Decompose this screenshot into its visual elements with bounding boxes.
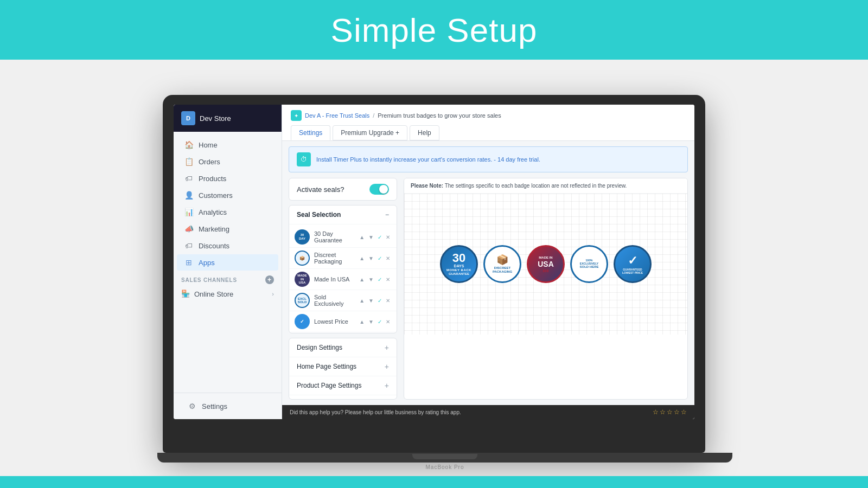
laptop-frame: D Dev Store 🏠 Home 📋 Orders � xyxy=(163,95,705,453)
shopify-app: D Dev Store 🏠 Home 📋 Orders � xyxy=(174,105,694,419)
laptop-base: MacBook Pro xyxy=(157,453,732,463)
tab-help[interactable]: Help xyxy=(410,125,439,140)
delete-discreet[interactable]: ✕ xyxy=(385,255,391,262)
info-banner-text: Install Timer Plus to instantly increase… xyxy=(316,156,540,163)
sidebar-item-analytics[interactable]: 📊 Analytics xyxy=(177,204,278,220)
sidebar-item-home[interactable]: 🏠 Home xyxy=(177,137,278,153)
home-page-label: Home Page Settings xyxy=(297,363,356,370)
home-page-settings-row[interactable]: Home Page Settings + xyxy=(289,357,397,376)
move-down-lowest[interactable]: ▼ xyxy=(367,318,375,325)
sidebar-item-online-store[interactable]: 🏪 Online Store › xyxy=(174,286,282,301)
check-30day[interactable]: ✓ xyxy=(376,234,383,241)
sidebar-item-customers[interactable]: 👤 Customers xyxy=(177,187,278,203)
seal-selection-card: Seal Selection − 30DAY xyxy=(289,205,397,333)
content-area: D Dev Store 🏠 Home 📋 Orders � xyxy=(0,60,868,488)
move-down-discreet[interactable]: ▼ xyxy=(367,255,375,262)
preview-note-text: The settings specific to each badge loca… xyxy=(445,183,627,189)
star-2[interactable]: ☆ xyxy=(660,408,666,416)
seal-item-30day: 30DAY 30 Day Guarantee ▲ ▼ ✓ ✕ xyxy=(289,227,397,248)
star-5[interactable]: ☆ xyxy=(681,408,687,416)
check-lowest[interactable]: ✓ xyxy=(376,318,383,325)
seal-actions-discreet: ▲ ▼ ✓ ✕ xyxy=(358,255,391,262)
design-expand-icon: + xyxy=(385,343,389,352)
star-rating[interactable]: ☆ ☆ ☆ ☆ ☆ xyxy=(653,408,687,416)
sidebar: D Dev Store 🏠 Home 📋 Orders � xyxy=(174,105,282,419)
sidebar-item-label: Customers xyxy=(199,191,233,200)
badge-usa-label2: USA xyxy=(538,260,554,269)
delete-lowest[interactable]: ✕ xyxy=(385,318,391,325)
breadcrumb-separator: / xyxy=(373,112,374,119)
preview-card: Please Note: The settings specific to ea… xyxy=(404,178,688,400)
sidebar-item-products[interactable]: 🏷 Products xyxy=(177,170,278,187)
preview-badge-30day: 30 DAYS MONEY BACK GUARANTEE xyxy=(440,245,478,283)
tab-bar: Settings Premium Upgrade + Help xyxy=(291,125,686,140)
cart-page-settings-row[interactable]: Cart Page Settings + xyxy=(289,395,397,400)
tab-settings[interactable]: Settings xyxy=(291,125,330,140)
rating-text: Did this app help you? Please help our l… xyxy=(290,409,461,415)
sidebar-item-label: Orders xyxy=(199,158,220,166)
sidebar-item-label: Products xyxy=(199,175,226,183)
preview-note-strong: Please Note: xyxy=(411,183,443,189)
star-1[interactable]: ☆ xyxy=(653,408,659,416)
check-exclusive[interactable]: ✓ xyxy=(376,297,383,304)
seal-actions-30day: ▲ ▼ ✓ ✕ xyxy=(358,234,391,241)
delete-exclusive[interactable]: ✕ xyxy=(385,297,391,304)
move-up-lowest[interactable]: ▲ xyxy=(358,318,366,325)
seal-thumb-30day: 30DAY xyxy=(295,229,310,245)
check-usa[interactable]: ✓ xyxy=(376,276,383,283)
products-icon: 🏷 xyxy=(184,174,193,183)
move-up-exclusive[interactable]: ▲ xyxy=(358,297,366,304)
design-settings-label: Design Settings xyxy=(297,344,342,351)
delete-30day[interactable]: ✕ xyxy=(385,234,391,241)
timer-icon: ⏱ xyxy=(297,152,311,166)
analytics-icon: 📊 xyxy=(184,208,193,216)
sidebar-item-discounts[interactable]: 🏷 Discounts xyxy=(177,237,278,254)
star-4[interactable]: ☆ xyxy=(674,408,680,416)
seal-actions-lowest: ▲ ▼ ✓ ✕ xyxy=(358,318,391,325)
settings-sections-card: Design Settings + Home Page Settings + P… xyxy=(289,338,397,400)
store-icon: 🏪 xyxy=(181,290,190,298)
sidebar-item-marketing[interactable]: 📣 Marketing xyxy=(177,221,278,237)
sidebar-item-orders[interactable]: 📋 Orders xyxy=(177,153,278,170)
home-expand-icon: + xyxy=(385,362,389,371)
seal-name-exclusive: Sold Exclusively xyxy=(314,294,354,307)
sidebar-item-label: Analytics xyxy=(199,208,227,216)
seal-item-usa: MADEINUSA Made In USA ▲ ▼ ✓ ✕ xyxy=(289,269,397,290)
seal-thumb-discreet: 📦 xyxy=(295,251,310,266)
sales-channels-header: SALES CHANNELS + xyxy=(174,271,282,286)
content-wrapper: ⏱ Install Timer Plus to instantly increa… xyxy=(282,141,694,405)
sidebar-item-settings[interactable]: ⚙ Settings xyxy=(180,398,275,414)
seal-actions-exclusive: ▲ ▼ ✓ ✕ xyxy=(358,297,391,304)
check-discreet[interactable]: ✓ xyxy=(376,255,383,262)
move-down-usa[interactable]: ▼ xyxy=(367,276,375,283)
move-down-exclusive[interactable]: ▼ xyxy=(367,297,375,304)
badge-usa-label1: MADE IN xyxy=(539,256,552,260)
seal-name-30day: 30 Day Guarantee xyxy=(314,230,354,243)
store-name: Dev Store xyxy=(200,114,231,123)
move-up-discreet[interactable]: ▲ xyxy=(358,255,366,262)
move-up-usa[interactable]: ▲ xyxy=(358,276,366,283)
move-up-30day[interactable]: ▲ xyxy=(358,234,366,241)
toggle-knob xyxy=(379,185,388,194)
seal-thumb-lowest: ✓ xyxy=(295,314,310,329)
activate-toggle[interactable] xyxy=(369,184,389,195)
product-page-label: Product Page Settings xyxy=(297,382,361,389)
seal-name-usa: Made In USA xyxy=(314,276,354,282)
preview-badge-usa: MADE IN USA |||||||| xyxy=(527,245,565,283)
seal-selection-title: Seal Selection xyxy=(297,211,341,219)
breadcrumb-app-name[interactable]: Dev A - Free Trust Seals xyxy=(305,112,369,119)
delete-usa[interactable]: ✕ xyxy=(385,276,391,283)
star-3[interactable]: ☆ xyxy=(667,408,673,416)
badge-exclusive-label1: 100%EXCLUSIVELY xyxy=(580,259,598,265)
settings-nav: ⚙ Settings xyxy=(174,393,282,419)
rating-bar: Did this app help you? Please help our l… xyxy=(282,405,694,419)
move-down-30day[interactable]: ▼ xyxy=(367,234,375,241)
sidebar-item-label: Apps xyxy=(199,259,215,267)
add-channel-button[interactable]: + xyxy=(265,275,274,284)
sidebar-item-apps[interactable]: ⊞ Apps xyxy=(177,254,278,271)
sidebar-nav: 🏠 Home 📋 Orders 🏷 Products 👤 xyxy=(174,132,282,393)
app-header: ✦ Dev A - Free Trust Seals / Premium tru… xyxy=(282,105,694,141)
design-settings-row[interactable]: Design Settings + xyxy=(289,338,397,357)
product-page-settings-row[interactable]: Product Page Settings + xyxy=(289,376,397,395)
tab-premium[interactable]: Premium Upgrade + xyxy=(333,125,407,140)
